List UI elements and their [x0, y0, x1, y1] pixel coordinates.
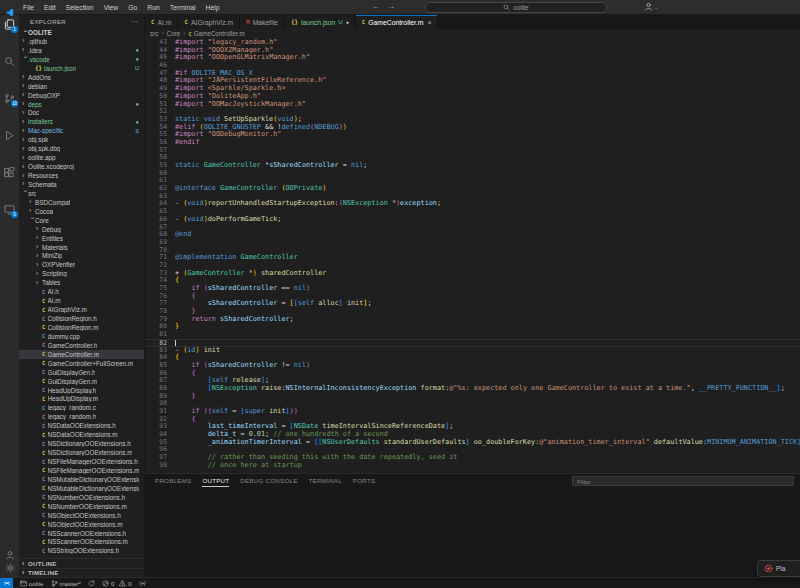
- status-workspace-indicator[interactable]: oolite: [20, 580, 44, 587]
- code-line-67[interactable]: 67: [145, 224, 800, 232]
- code-line-91[interactable]: 91 if ((self = [super init])): [145, 408, 800, 416]
- extensions-icon[interactable]: [0, 163, 19, 200]
- remote-indicator[interactable]: ><: [0, 578, 13, 588]
- tree-item-materials[interactable]: ›Materials: [19, 243, 144, 252]
- more-actions-icon[interactable]: ⋯: [131, 18, 138, 26]
- source-control-icon[interactable]: 10: [0, 89, 19, 126]
- tree-item-minizip[interactable]: ›MiniZip: [19, 252, 144, 261]
- tree-item-collisionregion-h[interactable]: CCollisionRegion.h: [19, 314, 144, 323]
- tree-item-idea[interactable]: ›.idea●: [19, 46, 144, 55]
- account-menu-button[interactable]: ⌄: [644, 2, 658, 11]
- code-line-82[interactable]: 82: [145, 339, 800, 347]
- remote-explorer-icon[interactable]: 0: [0, 200, 19, 237]
- breadcrumb-item-src[interactable]: src: [150, 30, 158, 37]
- tree-item-entities[interactable]: ›Entities: [19, 234, 144, 243]
- tree-item-debug[interactable]: ›Debug: [19, 225, 144, 234]
- tree-item-guidisplaygen-m[interactable]: CGuiDisplayGen.m: [19, 377, 144, 386]
- code-line-66[interactable]: 66- (void)doPerformGameTick;: [145, 216, 800, 224]
- tab-ai-m[interactable]: CAI.m: [145, 15, 178, 29]
- code-line-75[interactable]: 75 if (sSharedController == nil): [145, 285, 800, 293]
- tree-item-mac-specific[interactable]: ›Mac-specificS: [19, 126, 144, 135]
- code-line-55[interactable]: 55#import "OODebugMonitor.h": [145, 131, 800, 139]
- code-line-60[interactable]: 60: [145, 170, 800, 178]
- tree-item-github[interactable]: ›.github: [19, 37, 144, 46]
- tree-item-nsdictionaryooextensions-m[interactable]: CNSDictionaryOOExtensions.m: [19, 448, 144, 457]
- tree-item-nsmutabledictionaryooextensions-h[interactable]: CNSMutableDictionaryOOExtensions.h: [19, 475, 144, 484]
- code-line-64[interactable]: 64- (void)reportUnhandledStartupExceptio…: [145, 200, 800, 208]
- settings-icon[interactable]: [0, 562, 19, 575]
- tab-gamecontroller-m[interactable]: CGameController.m×: [356, 15, 439, 29]
- tree-item-resources[interactable]: ›Resources: [19, 171, 144, 180]
- tree-item-nsscannerooextensions-m[interactable]: CNSScannerOOExtensions.m: [19, 538, 144, 547]
- status-problems[interactable]: 00: [102, 580, 132, 587]
- tree-item-nsdataooextensions-h[interactable]: CNSDataOOExtensions.h: [19, 421, 144, 430]
- code-editor[interactable]: 43#import "legacy_random.h"44#import "OO…: [145, 38, 800, 473]
- tree-item-aigraphviz-m[interactable]: CAIGraphViz.m: [19, 305, 144, 314]
- tree-item-gamecontroller-fullscreen-m[interactable]: CGameController+FullScreen.m: [19, 359, 144, 368]
- account-icon[interactable]: [0, 549, 19, 562]
- menu-run[interactable]: Run: [142, 4, 164, 11]
- tree-item-oolite-xcodeproj[interactable]: ›Oolite.xcodeproj: [19, 162, 144, 171]
- history-forward-button[interactable]: →: [387, 2, 395, 11]
- tree-item-deps[interactable]: ›deps●: [19, 100, 144, 109]
- tree-item-nsstringooextensions-h[interactable]: CNSStringOOExtensions.h: [19, 546, 144, 555]
- menu-file[interactable]: File: [18, 4, 39, 11]
- code-line-51[interactable]: 51#import "OOMacJoystickManager.h": [145, 101, 800, 109]
- status-status-extra[interactable]: [139, 580, 146, 587]
- code-line-89[interactable]: 89 }: [145, 393, 800, 401]
- code-line-68[interactable]: 68@end: [145, 231, 800, 239]
- timeline-section[interactable]: › TIMELINE: [19, 568, 144, 577]
- tree-item-launch-json[interactable]: {}launch.jsonU: [19, 64, 144, 73]
- command-center-search[interactable]: oolite: [425, 2, 607, 13]
- breadcrumb-item-core[interactable]: Core: [167, 30, 181, 37]
- tree-item-installers[interactable]: ›installers●: [19, 117, 144, 126]
- tree-item-nsmutabledictionaryooextensions-m[interactable]: CNSMutableDictionaryOOExtensions.m: [19, 484, 144, 493]
- tree-item-nsfilemanagerooextensions-m[interactable]: CNSFileManagerOOExtensions.m: [19, 466, 144, 475]
- tree-item-cocoa[interactable]: ›Cocoa: [19, 207, 144, 216]
- tree-item-nsdictionaryooextensions-h[interactable]: CNSDictionaryOOExtensions.h: [19, 439, 144, 448]
- menu-view[interactable]: View: [99, 4, 124, 11]
- code-line-95[interactable]: 95 _animationTimerInterval = [[NSUserDef…: [145, 439, 800, 447]
- code-line-79[interactable]: 79 return sSharedController;: [145, 316, 800, 324]
- code-line-80[interactable]: 80}: [145, 323, 800, 331]
- tree-item-doc[interactable]: ›Doc: [19, 109, 144, 118]
- tree-item-nsscannerooextensions-h[interactable]: CNSScannerOOExtensions.h: [19, 529, 144, 538]
- code-line-59[interactable]: 59static GameController *sSharedControll…: [145, 162, 800, 170]
- tree-item-obj-spk-dbg[interactable]: ›obj.spk.dbg: [19, 144, 144, 153]
- tab-makefile[interactable]: MMakefile: [240, 15, 285, 29]
- menu-terminal[interactable]: Terminal: [165, 4, 201, 11]
- tree-item-oxpverifier[interactable]: ›OXPVerifier: [19, 260, 144, 269]
- code-line-98[interactable]: 98 // once here at startup: [145, 462, 800, 470]
- search-icon[interactable]: [0, 52, 19, 89]
- code-line-85[interactable]: 85 if (sSharedController != nil): [145, 362, 800, 370]
- tree-item-src[interactable]: ›src: [19, 189, 144, 198]
- panel-tab-terminal[interactable]: TERMINAL: [309, 474, 342, 487]
- tree-item-nsnumberooextensions-h[interactable]: CNSNumberOOExtensions.h: [19, 493, 144, 502]
- code-line-73[interactable]: 73+ (GameController *) sharedController: [145, 270, 800, 278]
- tree-item-legacy-random-h[interactable]: Clegacy_random.h: [19, 412, 144, 421]
- tree-item-oolite-app[interactable]: ›oolite.app: [19, 153, 144, 162]
- panel-tab-ports[interactable]: PORTS: [353, 474, 375, 487]
- panel-tab-debug-console[interactable]: DEBUG CONSOLE: [240, 474, 297, 487]
- tree-item-dummy-cpp[interactable]: Cdummy.cpp: [19, 332, 144, 341]
- tree-item-nsobjectooextensions-m[interactable]: CNSObjectOOExtensions.m: [19, 520, 144, 529]
- history-back-button[interactable]: ←: [372, 2, 380, 11]
- code-line-77[interactable]: 77 sSharedController = [[self alloc] ini…: [145, 300, 800, 308]
- tree-item-nsnumberooextensions-m[interactable]: CNSNumberOOExtensions.m: [19, 502, 144, 511]
- tree-item-debugoxp[interactable]: ›DebugOXP: [19, 91, 144, 100]
- code-line-56[interactable]: 56#endif: [145, 139, 800, 147]
- tree-item-core[interactable]: ›Core: [19, 216, 144, 225]
- tree-item-schemata[interactable]: ›Schemata: [19, 180, 144, 189]
- tree-item-gamecontroller-h[interactable]: CGameController.h: [19, 341, 144, 350]
- outline-section[interactable]: › OUTLINE: [19, 558, 144, 567]
- panel-tab-problems[interactable]: PROBLEMS: [155, 474, 191, 487]
- code-line-57[interactable]: 57: [145, 147, 800, 155]
- tree-item-nsdataooextensions-m[interactable]: CNSDataOOExtensions.m: [19, 430, 144, 439]
- notification-toast[interactable]: Pla: [757, 560, 800, 577]
- tree-item-nsfilemanagerooextensions-h[interactable]: CNSFileManagerOOExtensions.h: [19, 457, 144, 466]
- menu-go[interactable]: Go: [123, 4, 142, 11]
- tree-item-ai-m[interactable]: CAI.m: [19, 296, 144, 305]
- breadcrumb-item-gamecontroller-m[interactable]: CGameController.m: [188, 30, 244, 37]
- tree-item-gamecontroller-m[interactable]: CGameController.m: [19, 350, 144, 359]
- code-line-83[interactable]: 83- (id) init: [145, 347, 800, 355]
